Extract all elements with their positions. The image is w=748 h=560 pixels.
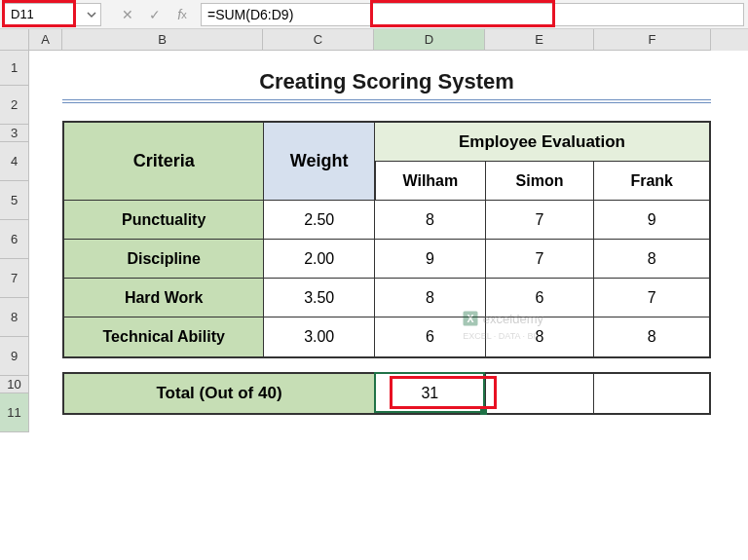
cell[interactable]: 3.50 — [264, 279, 375, 317]
cell[interactable]: 2.00 — [264, 240, 375, 279]
cell[interactable]: 9 — [594, 201, 709, 240]
cell[interactable]: 7 — [486, 201, 595, 240]
page-title: Creating Scoring System — [62, 64, 711, 103]
col-header-f[interactable]: F — [594, 29, 711, 51]
col-header-e[interactable]: E — [485, 29, 594, 51]
col-header-d[interactable]: D — [374, 29, 485, 51]
column-headers: A B C D E F — [0, 29, 748, 51]
watermark-text: exceldemy — [483, 312, 543, 326]
cell[interactable]: 7 — [486, 240, 595, 279]
worksheet: A B C D E F 1 2 3 4 5 6 7 8 9 10 11 Crea… — [0, 29, 748, 432]
name-box-value: D11 — [11, 7, 34, 21]
svg-text:X: X — [467, 313, 473, 324]
watermark: X exceldemy — [462, 310, 543, 327]
watermark-sub: EXCEL · DATA · BI — [463, 331, 536, 341]
row-header-10[interactable]: 10 — [0, 376, 29, 393]
row-header-3[interactable]: 3 — [0, 125, 29, 142]
cell[interactable]: 2.50 — [264, 201, 375, 240]
row-header-8[interactable]: 8 — [0, 298, 29, 337]
col-header-b[interactable]: B — [62, 29, 263, 51]
fx-icon[interactable]: fx — [171, 4, 193, 25]
formula-bar-buttons: ✕ ✓ fx — [117, 4, 193, 25]
cell[interactable]: 8 — [375, 201, 486, 240]
row-header-6[interactable]: 6 — [0, 220, 29, 259]
cancel-icon[interactable]: ✕ — [117, 4, 138, 25]
total-label: Total (Out of 40) — [64, 374, 375, 413]
cell[interactable]: 8 — [594, 317, 709, 356]
cell[interactable]: 8 — [594, 240, 709, 279]
cell[interactable]: 3.00 — [264, 317, 375, 356]
cell[interactable]: 9 — [375, 240, 486, 279]
row-header-5[interactable]: 5 — [0, 181, 29, 220]
row-header-2[interactable]: 2 — [0, 86, 29, 125]
row-label: Punctuality — [64, 201, 264, 240]
data-table: Criteria Weight Employee Evaluation Wilh… — [62, 121, 711, 358]
total-table: Total (Out of 40) 31 — [62, 372, 711, 415]
row-header-4[interactable]: 4 — [0, 142, 29, 181]
row-label: Hard Work — [64, 279, 264, 317]
total-f[interactable] — [594, 374, 709, 413]
col-header-c[interactable]: C — [263, 29, 374, 51]
header-emp2: Simon — [486, 162, 595, 201]
row-header-7[interactable]: 7 — [0, 259, 29, 298]
row-label: Discipline — [64, 240, 264, 279]
name-box[interactable]: D11 — [4, 3, 101, 26]
chevron-down-icon[interactable] — [85, 8, 98, 21]
row-label: Technical Ability — [64, 317, 264, 356]
formula-text: =SUM(D6:D9) — [207, 7, 293, 22]
header-emp3: Frank — [594, 162, 709, 201]
formula-bar: D11 ✕ ✓ fx =SUM(D6:D9) — [0, 0, 748, 29]
row-header-9[interactable]: 9 — [0, 337, 29, 376]
select-all-corner[interactable] — [0, 29, 29, 51]
header-emp1: Wilham — [375, 162, 486, 201]
cell[interactable]: 7 — [594, 279, 709, 317]
formula-input[interactable]: =SUM(D6:D9) — [201, 3, 744, 26]
row-header-11[interactable]: 11 — [0, 393, 29, 432]
col-header-a[interactable]: A — [29, 29, 62, 51]
enter-icon[interactable]: ✓ — [144, 4, 166, 25]
total-d[interactable]: 31 — [375, 374, 486, 413]
total-e[interactable] — [486, 374, 595, 413]
row-header-1[interactable]: 1 — [0, 51, 29, 86]
header-evaluation: Employee Evaluation — [375, 123, 709, 162]
